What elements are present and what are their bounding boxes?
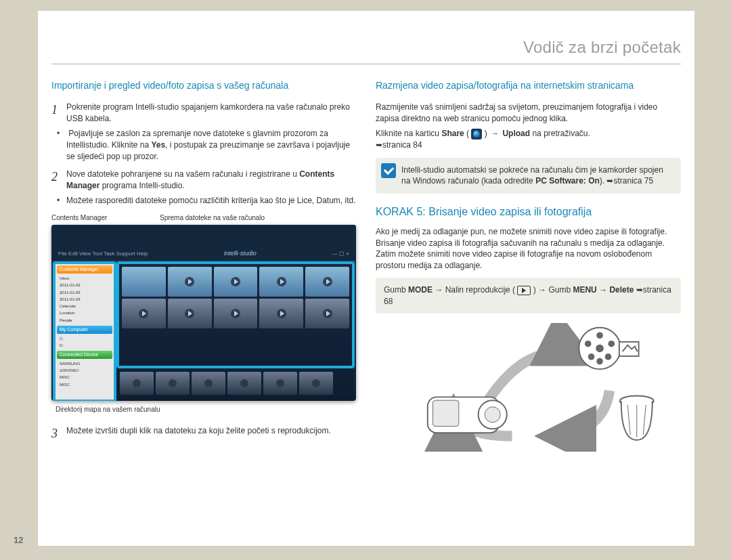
- filmstrip-cell[interactable]: [156, 372, 190, 395]
- sidebar-contents-header: Contents Manager: [57, 265, 112, 274]
- film-reel-icon: [579, 328, 638, 369]
- svg-point-10: [588, 353, 595, 360]
- thumbnail[interactable]: [259, 267, 303, 297]
- step-1-text: Pokrenite program Intelli-studio spajanj…: [66, 102, 357, 124]
- sidebar-pc-header: My Computer: [57, 326, 112, 334]
- text: na pretraživaču.: [530, 129, 590, 138]
- sidebar-item[interactable]: Calendar: [57, 303, 112, 309]
- app-header: File Edit View Tool Task Support Help In…: [51, 225, 356, 260]
- page-ref: stranica 84: [382, 140, 422, 150]
- right-share-line: Kliknite na karticu Share ( ) → Upload n…: [376, 128, 681, 139]
- pageref-icon: ➥: [376, 140, 382, 150]
- step5-body: Ako je medij za odlaganje pun, ne možete…: [376, 226, 681, 271]
- sidebar-item[interactable]: 2011-01-02: [57, 282, 112, 288]
- caption-left: Contents Manager: [51, 213, 160, 223]
- sidebar-item[interactable]: SAMSUNG: [57, 360, 112, 367]
- filmstrip[interactable]: [118, 370, 353, 401]
- screenshot-captions: Contents Manager Sprema datoteke na vaše…: [51, 213, 357, 223]
- arrow-icon: →: [489, 128, 500, 139]
- thumbnail[interactable]: [214, 299, 258, 328]
- pageref-icon: ➥: [606, 176, 613, 186]
- thumbnail[interactable]: [259, 299, 303, 328]
- thumbnail-grid[interactable]: SAM_.... .MP4: [118, 263, 353, 367]
- text: Nove datoteke pohranjene su na vašem rač…: [66, 169, 299, 179]
- step-number: 3: [51, 425, 66, 442]
- thumbnail[interactable]: [305, 299, 349, 328]
- sidebar-item[interactable]: MISC: [57, 381, 112, 388]
- info-note: Intelli-studio automatski se pokreće na …: [376, 158, 681, 194]
- step-2-bullets: Možete rasporediti datoteke pomoću razli…: [51, 195, 357, 207]
- text: ).: [600, 176, 607, 186]
- pageref-icon: ➥: [636, 285, 643, 295]
- text: programa Intelli-studio.: [99, 181, 184, 190]
- thumbnail[interactable]: [122, 299, 166, 328]
- check-icon: [381, 163, 396, 178]
- svg-point-5: [596, 345, 604, 353]
- filmstrip-cell[interactable]: [120, 372, 154, 395]
- sidebar-item[interactable]: C:: [57, 335, 112, 342]
- app-menu: File Edit View Tool Task Support Help: [58, 250, 148, 257]
- step-number: 1: [51, 102, 66, 119]
- camcorder-icon: [428, 397, 507, 433]
- menu-button-label: MENU: [573, 285, 596, 295]
- sidebar-device-header: Connected Device: [57, 351, 112, 359]
- svg-point-2: [485, 407, 500, 423]
- sidebar-item[interactable]: Location: [57, 309, 112, 316]
- content-columns: Importiranje i pregled video/foto zapisa…: [51, 79, 681, 452]
- sidebar-item[interactable]: MISC: [57, 374, 112, 381]
- svg-point-6: [596, 332, 603, 339]
- thumbnail[interactable]: [305, 267, 349, 297]
- play-icon: [277, 309, 286, 318]
- thumbnail[interactable]: SAM_.... .MP4: [122, 267, 166, 297]
- app-body: Contents Manager Inbox 2011-01-02 2011-0…: [51, 260, 356, 401]
- text: ) → Gumb: [531, 285, 573, 295]
- app-main: SAM_.... .MP4: [118, 260, 356, 401]
- text: → Nalin reprodukcije (: [433, 285, 517, 295]
- svg-point-8: [585, 341, 592, 347]
- thumbnail[interactable]: [214, 267, 258, 297]
- screenshot-bottom-caption: Direktorij mapa na vašem računalu: [56, 405, 357, 414]
- cycle-illustration: [376, 323, 681, 452]
- filmstrip-cell[interactable]: [227, 372, 261, 395]
- upload-label: Upload: [502, 129, 530, 138]
- thumbnail[interactable]: [168, 299, 212, 328]
- sidebar[interactable]: Contents Manager Inbox 2011-01-02 2011-0…: [54, 263, 115, 401]
- sidebar-item[interactable]: Inbox: [57, 275, 112, 282]
- pc-software-label: PC Software: On: [535, 176, 600, 186]
- step-3: 3 Možete izvršiti dupli klik na datoteku…: [51, 425, 357, 442]
- app-right-controls: — ▢ ×: [332, 250, 349, 257]
- step-3-text: Možete izvršiti dupli klik na datoteku z…: [66, 425, 331, 437]
- sidebar-item[interactable]: People: [57, 317, 112, 324]
- svg-point-7: [596, 358, 603, 365]
- document-page: Vodič za brzi početak Importiranje i pre…: [38, 11, 694, 546]
- sidebar-item[interactable]: 2011-01-03: [57, 296, 112, 303]
- share-label: Share: [441, 129, 464, 138]
- sidebar-item[interactable]: D:: [57, 342, 112, 349]
- delete-label: Delete: [609, 285, 634, 295]
- step-number: 2: [51, 169, 66, 186]
- play-icon: [277, 277, 286, 286]
- yes-text: Yes: [151, 140, 165, 150]
- thumbnail[interactable]: [168, 267, 212, 297]
- svg-rect-3: [433, 400, 458, 426]
- trash-icon: [620, 396, 654, 440]
- text: Kliknite na karticu: [376, 129, 441, 138]
- step-2-text: Nove datoteke pohranjene su na vašem rač…: [66, 169, 357, 191]
- step-2: 2 Nove datoteke pohranjene su na vašem r…: [51, 169, 357, 191]
- right-para-1: Razmijenite vaš snimljeni sadržaj sa svi…: [376, 102, 681, 124]
- step-2-bullet-1: Možete rasporediti datoteke pomoću razli…: [66, 195, 357, 207]
- share-icon: [471, 129, 482, 139]
- playback-mode-icon: [517, 286, 531, 295]
- app-title: Intelli-studio: [224, 249, 257, 257]
- play-icon: [323, 309, 332, 318]
- sidebar-item[interactable]: 2011-01-03: [57, 289, 112, 296]
- step-1-bullet-1: Pojavljuje se zaslon za spremanje nove d…: [66, 128, 357, 162]
- page-header-title: Vodič za brzi početak: [51, 38, 681, 57]
- filmstrip-cell[interactable]: [263, 372, 297, 395]
- play-icon: [231, 309, 240, 318]
- filmstrip-cell[interactable]: [299, 372, 333, 395]
- sidebar-item[interactable]: 100VIDEO: [57, 367, 112, 374]
- mode-button-label: MODE: [408, 285, 433, 295]
- filmstrip-cell[interactable]: [192, 372, 225, 395]
- step-1: 1 Pokrenite program Intelli-studio spaja…: [51, 102, 357, 124]
